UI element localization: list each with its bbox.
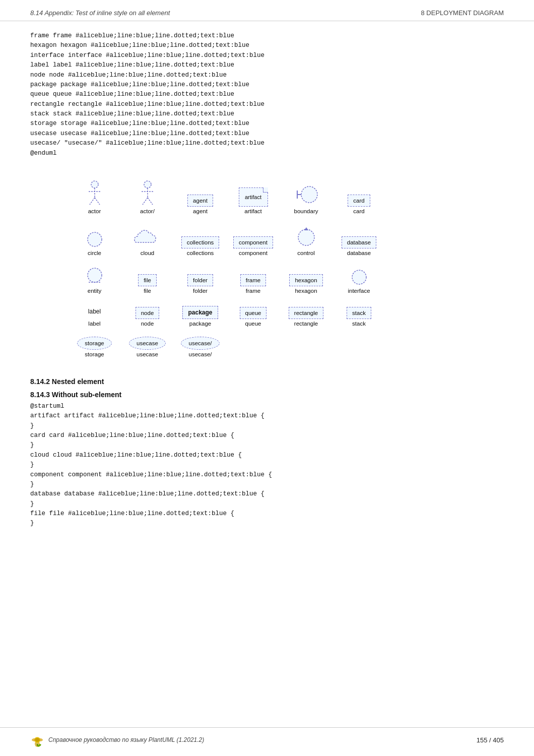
usecase-shape: usecase bbox=[129, 337, 166, 350]
svg-marker-15 bbox=[304, 227, 308, 230]
header-right: 8 DEPLOYMENT DIAGRAM bbox=[421, 9, 504, 17]
diagram-row-3: entity file file folder folder frame fra… bbox=[30, 261, 504, 299]
frame-shape: frame bbox=[240, 274, 266, 286]
rectangle-shape: rectangle bbox=[289, 307, 323, 319]
control-shape bbox=[295, 224, 317, 248]
svg-line-8 bbox=[143, 198, 148, 205]
diagram-row-5: storage storage usecase usecase usecase/… bbox=[30, 332, 504, 362]
collections-shape: collections bbox=[181, 236, 220, 248]
stack-shape: stack bbox=[347, 307, 371, 319]
folder-label: folder bbox=[193, 288, 208, 294]
diag-item-boundary: boundary bbox=[282, 183, 330, 214]
interface-label: interface bbox=[348, 288, 370, 294]
database-shape: database bbox=[342, 236, 376, 248]
diag-item-actor2: actor/ bbox=[123, 179, 171, 214]
actor2-shape bbox=[139, 179, 157, 207]
package-shape: package bbox=[182, 306, 218, 319]
svg-line-9 bbox=[148, 198, 153, 205]
component-label: component bbox=[239, 250, 268, 256]
rectangle-label: rectangle bbox=[294, 321, 318, 327]
section-842-heading: 8.14.2 Nested element bbox=[30, 377, 504, 386]
header-left: 8.14 Appendix: Test of inline style on a… bbox=[30, 9, 170, 17]
card-label: card bbox=[353, 208, 364, 214]
card-shape: card bbox=[348, 195, 370, 207]
footer-text: Справочное руководство по языку PlantUML… bbox=[48, 736, 204, 743]
circle-shape bbox=[86, 230, 104, 248]
package-label: package bbox=[189, 321, 211, 327]
diag-item-package: package package bbox=[176, 306, 224, 327]
component-shape: component bbox=[233, 236, 273, 248]
svg-line-4 bbox=[95, 198, 100, 205]
diag-item-stack: stack stack bbox=[335, 307, 383, 327]
diag-item-label: label label bbox=[71, 304, 118, 327]
stack-label: stack bbox=[352, 321, 366, 327]
page-footer: Справочное руководство по языку PlantUML… bbox=[0, 727, 534, 747]
usecase2-label: usecase/ bbox=[188, 351, 212, 357]
diag-item-folder: folder folder bbox=[176, 274, 224, 294]
diagram-row-2: circle cloud collections collections com… bbox=[30, 219, 504, 261]
actor-label: actor bbox=[88, 208, 101, 214]
diag-item-queue: queue queue bbox=[229, 307, 277, 327]
svg-point-0 bbox=[91, 181, 98, 188]
cloud-shape bbox=[130, 225, 165, 248]
main-content: frame frame #aliceblue;line:blue;line.do… bbox=[0, 21, 534, 544]
diag-item-control: control bbox=[282, 224, 330, 256]
storage-label: storage bbox=[85, 351, 104, 357]
interface-shape bbox=[350, 268, 368, 286]
diag-item-component: component component bbox=[229, 236, 277, 256]
diag-item-card: card card bbox=[335, 195, 383, 214]
diag-item-usecase: usecase usecase bbox=[123, 337, 171, 357]
footer-page: 155 / 405 bbox=[477, 736, 504, 744]
agent-label: agent bbox=[193, 208, 208, 214]
plantuml-logo-icon bbox=[30, 733, 44, 747]
code-block-1: frame frame #aliceblue;line:blue;line.do… bbox=[30, 31, 504, 158]
collections-label: collections bbox=[187, 250, 214, 256]
entity-label: entity bbox=[88, 288, 102, 294]
diag-item-frame: frame frame bbox=[229, 274, 277, 294]
diagram-section: actor actor/ agent agent bbox=[30, 169, 504, 367]
diag-item-interface: interface bbox=[335, 268, 383, 294]
diag-item-artifact: artifact artifact bbox=[229, 187, 277, 214]
actor-shape bbox=[86, 179, 104, 207]
storage-shape: storage bbox=[77, 337, 111, 350]
control-label: control bbox=[297, 250, 315, 256]
diag-item-circle: circle bbox=[71, 230, 118, 256]
agent-shape: agent bbox=[187, 195, 213, 207]
circle-label: circle bbox=[88, 250, 101, 256]
artifact-label: artifact bbox=[244, 208, 262, 214]
svg-point-5 bbox=[144, 181, 151, 188]
diag-item-hexagon: hexagon hexagon bbox=[282, 274, 330, 294]
hexagon-label: hexagon bbox=[295, 288, 317, 294]
diag-item-cloud: cloud bbox=[123, 225, 171, 256]
diag-item-rectangle: rectangle rectangle bbox=[282, 307, 330, 327]
svg-point-14 bbox=[298, 229, 314, 245]
entity-shape bbox=[86, 266, 104, 286]
actor2-label: actor/ bbox=[140, 208, 155, 214]
svg-line-3 bbox=[90, 198, 95, 205]
cloud-label: cloud bbox=[141, 250, 155, 256]
database-label: database bbox=[347, 250, 371, 256]
diag-item-actor: actor bbox=[71, 179, 118, 214]
diag-item-file: file file bbox=[123, 274, 171, 294]
svg-point-18 bbox=[352, 270, 366, 284]
diag-item-collections: collections collections bbox=[176, 236, 224, 256]
page-container: 8.14 Appendix: Test of inline style on a… bbox=[0, 0, 534, 756]
label-label: label bbox=[88, 321, 100, 327]
boundary-shape bbox=[290, 183, 322, 207]
usecase2-shape: usecase/ bbox=[181, 337, 219, 350]
node-label: node bbox=[141, 321, 154, 327]
node-shape: node bbox=[136, 307, 160, 319]
section-843-heading: 8.14.3 Without sub-element bbox=[30, 391, 504, 399]
file-label: file bbox=[144, 288, 151, 294]
svg-point-10 bbox=[301, 186, 317, 203]
folder-shape: folder bbox=[187, 274, 213, 286]
hexagon-shape: hexagon bbox=[289, 274, 322, 286]
code-block-2: @startuml artifact artifact #aliceblue;l… bbox=[30, 402, 504, 529]
diagram-row-1: actor actor/ agent agent bbox=[30, 174, 504, 219]
queue-shape: queue bbox=[240, 307, 267, 319]
diag-item-entity: entity bbox=[71, 266, 118, 294]
diag-item-database: database database bbox=[335, 236, 383, 256]
diagram-row-4: label label node node package package qu… bbox=[30, 299, 504, 332]
svg-point-13 bbox=[88, 232, 102, 246]
diag-item-usecase2: usecase/ usecase/ bbox=[176, 337, 224, 357]
